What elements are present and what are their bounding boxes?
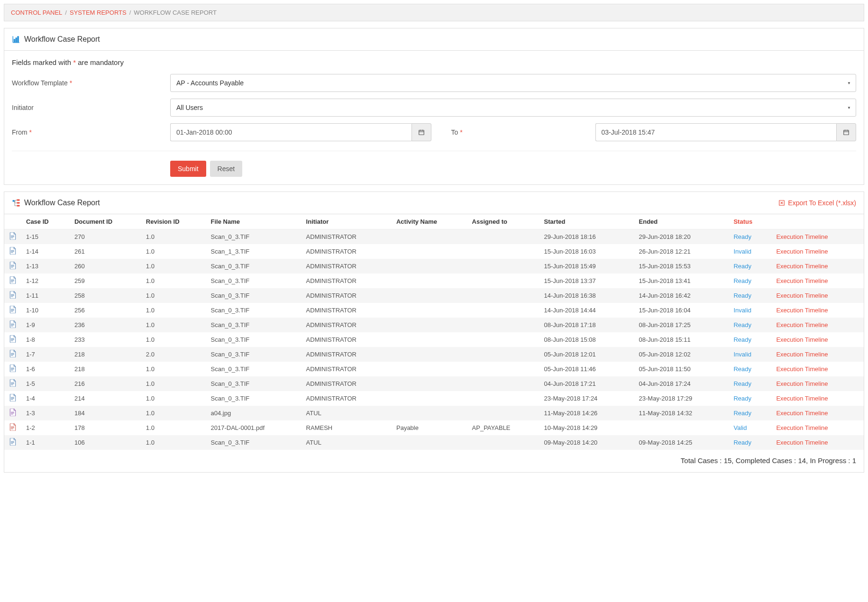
activity-name (392, 288, 467, 303)
started: 15-Jun-2018 15:49 (539, 259, 634, 274)
file-doc-icon (9, 379, 17, 387)
row-icon[interactable] (4, 347, 21, 362)
status-cell: Invalid (729, 347, 771, 362)
execution-timeline-link[interactable]: Execution Timeline (776, 439, 828, 446)
row-icon[interactable] (4, 229, 21, 245)
row-icon[interactable] (4, 318, 21, 332)
execution-timeline-link[interactable]: Execution Timeline (776, 336, 828, 343)
file-name: Scan_0_3.TIF (206, 229, 302, 245)
execution-timeline-link[interactable]: Execution Timeline (776, 233, 828, 240)
file-doc-icon (9, 262, 17, 269)
status-link[interactable]: Ready (733, 395, 751, 402)
execution-timeline-link[interactable]: Execution Timeline (776, 292, 828, 299)
execution-timeline-link[interactable]: Execution Timeline (776, 424, 828, 431)
execution-timeline-link[interactable]: Execution Timeline (776, 395, 828, 402)
assigned-to (467, 288, 539, 303)
case-id: 1-10 (21, 303, 70, 318)
export-excel-link[interactable]: Export To Excel (*.xlsx) (778, 199, 856, 207)
file-name: Scan_0_3.TIF (206, 274, 302, 288)
to-date-input[interactable] (595, 123, 837, 141)
assigned-to (467, 229, 539, 245)
row-icon[interactable] (4, 362, 21, 376)
table-row: 1-112581.0Scan_0_3.TIFADMINISTRATOR14-Ju… (4, 288, 864, 303)
status-link[interactable]: Invalid (733, 307, 751, 314)
execution-timeline-link[interactable]: Execution Timeline (776, 307, 828, 314)
row-icon[interactable] (4, 406, 21, 420)
submit-button[interactable]: Submit (170, 161, 206, 177)
status-link[interactable]: Ready (733, 263, 751, 270)
row-icon[interactable] (4, 259, 21, 274)
status-link[interactable]: Invalid (733, 248, 751, 255)
table-row: 1-21781.02017-DAL-0001.pdfRAMESHPayableA… (4, 420, 864, 435)
svg-rect-34 (11, 310, 14, 310)
status-link[interactable]: Ready (733, 277, 751, 284)
execution-timeline-link[interactable]: Execution Timeline (776, 410, 828, 417)
status-link[interactable]: Ready (733, 439, 751, 446)
status-link[interactable]: Ready (733, 336, 751, 343)
row-icon[interactable] (4, 274, 21, 288)
svg-rect-29 (11, 282, 13, 282)
svg-rect-21 (11, 250, 14, 251)
row-icon[interactable] (4, 288, 21, 303)
document-id: 261 (70, 244, 141, 259)
initiator: ADMINISTRATOR (302, 259, 392, 274)
status-link[interactable]: Ready (733, 292, 751, 299)
excel-icon (778, 200, 785, 206)
initiator: ADMINISTRATOR (302, 318, 392, 332)
case-id: 1-4 (21, 391, 70, 406)
row-icon[interactable] (4, 435, 21, 450)
activity-name (392, 435, 467, 450)
execution-timeline-link[interactable]: Execution Timeline (776, 321, 828, 328)
ended (634, 420, 729, 435)
ended: 14-Jun-2018 16:42 (634, 288, 729, 303)
status-link[interactable]: Ready (733, 233, 751, 240)
status-link[interactable]: Ready (733, 365, 751, 373)
timeline-cell: Execution Timeline (771, 259, 864, 274)
execution-timeline-link[interactable]: Execution Timeline (776, 365, 828, 373)
started: 04-Jun-2018 17:21 (539, 376, 634, 391)
document-id: 236 (70, 318, 141, 332)
case-id: 1-14 (21, 244, 70, 259)
execution-timeline-link[interactable]: Execution Timeline (776, 263, 828, 270)
initiator-select[interactable]: All Users (170, 99, 856, 117)
svg-rect-32 (11, 296, 13, 297)
ended: 05-Jun-2018 12:02 (634, 347, 729, 362)
svg-rect-26 (11, 267, 13, 267)
status-cell: Invalid (729, 244, 771, 259)
row-icon[interactable] (4, 420, 21, 435)
svg-rect-40 (11, 339, 14, 340)
status-link[interactable]: Ready (733, 321, 751, 328)
template-select[interactable]: AP - Accounts Payable (170, 74, 856, 92)
execution-timeline-link[interactable]: Execution Timeline (776, 351, 828, 358)
execution-timeline-link[interactable]: Execution Timeline (776, 248, 828, 255)
ended: 15-Jun-2018 16:04 (634, 303, 729, 318)
status-link[interactable]: Ready (733, 380, 751, 387)
document-id: 258 (70, 288, 141, 303)
from-date-input[interactable] (170, 123, 411, 141)
initiator: ADMINISTRATOR (302, 391, 392, 406)
svg-rect-3 (18, 36, 18, 42)
file-doc-icon (9, 365, 17, 372)
breadcrumb-item[interactable]: SYSTEM REPORTS (70, 9, 127, 16)
column-header: Document ID (70, 214, 141, 229)
row-icon[interactable] (4, 391, 21, 406)
svg-rect-33 (11, 309, 14, 310)
breadcrumb-item[interactable]: CONTROL PANEL (11, 9, 62, 16)
status-link[interactable]: Ready (733, 410, 751, 417)
status-link[interactable]: Valid (733, 424, 747, 431)
execution-timeline-link[interactable]: Execution Timeline (776, 277, 828, 284)
timeline-cell: Execution Timeline (771, 362, 864, 376)
row-icon[interactable] (4, 332, 21, 347)
row-icon[interactable] (4, 244, 21, 259)
to-date-picker-button[interactable] (836, 123, 856, 141)
from-date-picker-button[interactable] (411, 123, 431, 141)
started: 15-Jun-2018 16:03 (539, 244, 634, 259)
row-icon[interactable] (4, 303, 21, 318)
activity-name (392, 259, 467, 274)
case-id: 1-11 (21, 288, 70, 303)
status-link[interactable]: Invalid (733, 351, 751, 358)
execution-timeline-link[interactable]: Execution Timeline (776, 380, 828, 387)
reset-button[interactable]: Reset (210, 161, 243, 177)
document-id: 233 (70, 332, 141, 347)
row-icon[interactable] (4, 376, 21, 391)
